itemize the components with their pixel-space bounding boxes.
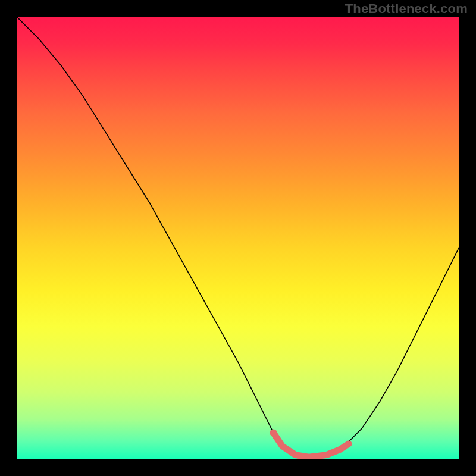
- chart-svg: [17, 17, 459, 459]
- watermark-text: TheBottleneck.com: [345, 1, 468, 17]
- highlight-start-dot: [270, 429, 277, 436]
- curve-line: [17, 17, 459, 457]
- plot-area: [17, 17, 459, 459]
- highlight-segment: [274, 433, 349, 457]
